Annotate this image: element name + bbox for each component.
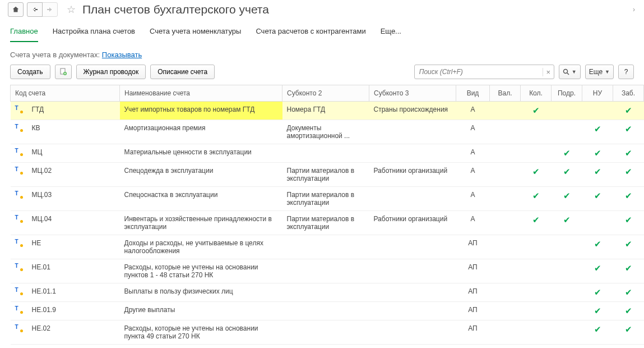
cell-val [490, 144, 521, 163]
cell-name: Другие выплаты [120, 302, 282, 320]
account-icon [15, 239, 23, 247]
col-name[interactable]: Наименование счета [120, 85, 282, 102]
expand-icon[interactable]: › [633, 6, 638, 13]
cell-name: Доходы и расходы, не учитываемые в целях… [120, 235, 282, 259]
cell-nu: ✔ [582, 144, 613, 163]
cell-sub3: Работники организаций [369, 163, 456, 187]
cell-code: МЦ.02 [27, 163, 120, 187]
col-vid[interactable]: Вид [456, 85, 490, 102]
row-icon-cell [11, 187, 27, 211]
col-sub3[interactable]: Субконто 3 [369, 85, 456, 102]
table-row[interactable]: МЦ.04Инвентарь и хозяйственные принадлеж… [11, 211, 644, 235]
create-button[interactable]: Создать [10, 65, 50, 79]
table-row[interactable]: НЕ.01Расходы, которые не учтены на основ… [11, 259, 644, 283]
cell-vid: АП [456, 259, 490, 283]
description-button[interactable]: Описание счета [150, 65, 215, 79]
help-button[interactable]: ? [618, 65, 634, 79]
cell-name: Амортизационная премия [120, 120, 282, 144]
table-row[interactable]: НЕДоходы и расходы, не учитываемые в цел… [11, 235, 644, 259]
col-val[interactable]: Вал. [490, 85, 521, 102]
table-row[interactable]: МЦМатериальные ценности в эксплуатацииА✔… [11, 144, 644, 163]
cell-vid: А [456, 187, 490, 211]
cell-kol: ✔ [521, 187, 552, 211]
back-button[interactable] [27, 2, 43, 17]
cell-vid: АП [456, 302, 490, 320]
cell-code: НЕ [27, 235, 120, 259]
cell-name: Учет импортных товаров по номерам ГТД [120, 102, 282, 120]
svg-point-2 [563, 70, 567, 74]
table-row[interactable]: ГТДУчет импортных товаров по номерам ГТД… [11, 102, 644, 120]
journal-button[interactable]: Журнал проводок [76, 65, 146, 79]
search-input[interactable] [415, 68, 543, 76]
cell-name: Выплаты в пользу физических лиц [120, 283, 282, 302]
tab-item[interactable]: Счета расчетов с контрагентами [256, 24, 365, 42]
clear-search-icon[interactable]: × [543, 68, 554, 76]
cell-sub2: Документы амортизационной ... [282, 120, 369, 144]
show-link[interactable]: Показывать [102, 51, 142, 59]
table-header-row: Код счета Наименование счета Субконто 2 … [11, 85, 644, 102]
col-zab[interactable]: Заб. [613, 85, 644, 102]
cell-sub3 [369, 320, 456, 345]
forward-button[interactable] [42, 2, 58, 17]
cell-podr [552, 302, 582, 320]
cell-kol [521, 302, 552, 320]
table-row[interactable]: МЦ.03Спецоснастка в эксплуатацииПартии м… [11, 187, 644, 211]
account-icon [15, 306, 23, 314]
table-row[interactable]: КВАмортизационная премияДокументы аморти… [11, 120, 644, 144]
cell-sub2 [282, 144, 369, 163]
account-icon [15, 215, 23, 223]
col-code[interactable]: Код счета [11, 85, 120, 102]
col-nu[interactable]: НУ [582, 85, 613, 102]
cell-zab: ✔ [613, 144, 644, 163]
cell-nu: ✔ [582, 187, 613, 211]
col-sub2[interactable]: Субконто 2 [282, 85, 369, 102]
cell-podr [552, 259, 582, 283]
cell-sub3 [369, 283, 456, 302]
cell-nu: ✔ [582, 259, 613, 283]
tab-item[interactable]: Настройка плана счетов [53, 24, 135, 42]
tab-item[interactable]: Главное [10, 24, 38, 42]
search-dropdown-button[interactable]: ▼ [559, 65, 581, 79]
search-box[interactable]: × [414, 65, 554, 79]
cell-nu: ✔ [582, 235, 613, 259]
row-icon-cell [11, 235, 27, 259]
col-kol[interactable]: Кол. [521, 85, 552, 102]
tab-item[interactable]: Счета учета номенклатуры [150, 24, 241, 42]
account-icon [15, 287, 23, 295]
row-icon-cell [11, 259, 27, 283]
cell-sub2 [282, 283, 369, 302]
favorite-star-icon[interactable]: ☆ [67, 3, 76, 16]
cell-zab: ✔ [613, 163, 644, 187]
cell-code: МЦ.03 [27, 187, 120, 211]
arrow-left-icon [31, 6, 38, 13]
cell-val [490, 283, 521, 302]
cell-val [490, 302, 521, 320]
row-icon-cell [11, 302, 27, 320]
table-row[interactable]: МЦ.02Спецодежда в эксплуатацииПартии мат… [11, 163, 644, 187]
create-copy-button[interactable] [55, 65, 72, 79]
cell-zab: ✔ [613, 235, 644, 259]
cell-nu [582, 211, 613, 235]
cell-vid: АП [456, 320, 490, 345]
cell-sub3: Работники организаций [369, 211, 456, 235]
more-button[interactable]: Еще ▼ [585, 65, 614, 79]
accounts-table: Код счета Наименование счета Субконто 2 … [10, 85, 644, 345]
tab-item[interactable]: Еще... [381, 24, 401, 42]
cell-podr [552, 235, 582, 259]
cell-kol [521, 320, 552, 345]
table-row[interactable]: НЕ.02Расходы, которые не учтены на основ… [11, 320, 644, 345]
account-icon [15, 263, 23, 271]
cell-nu: ✔ [582, 283, 613, 302]
cell-sub3 [369, 302, 456, 320]
cell-code: НЕ.01.1 [27, 283, 120, 302]
cell-vid: А [456, 144, 490, 163]
home-button[interactable] [8, 2, 24, 17]
account-icon [15, 148, 23, 156]
cell-nu [582, 102, 613, 120]
col-podr[interactable]: Подр. [552, 85, 582, 102]
cell-kol: ✔ [521, 102, 552, 120]
table-row[interactable]: НЕ.01.9Другие выплатыАП✔✔ [11, 302, 644, 320]
table-row[interactable]: НЕ.01.1Выплаты в пользу физических лицАП… [11, 283, 644, 302]
row-icon-cell [11, 102, 27, 120]
cell-podr [552, 120, 582, 144]
